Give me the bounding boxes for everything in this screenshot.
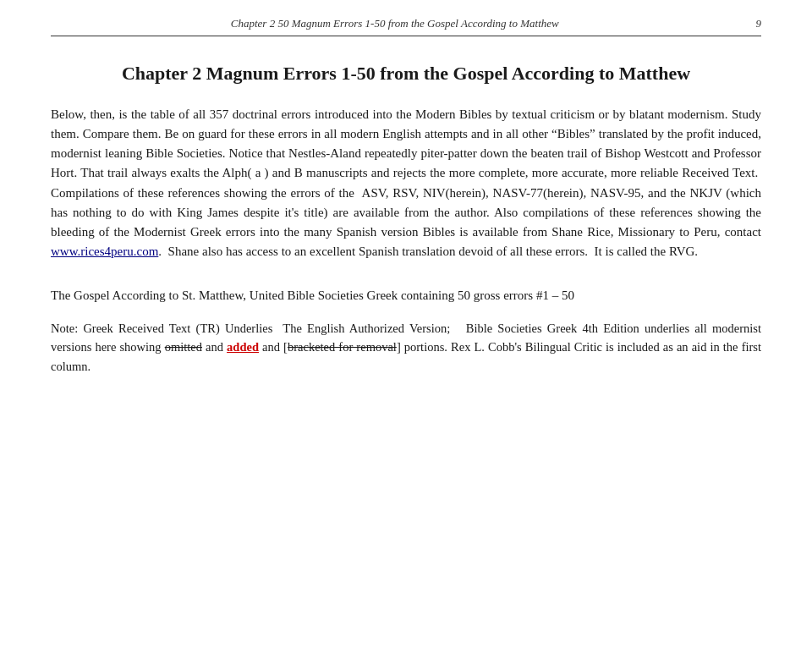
- note-and1: and: [202, 340, 227, 354]
- page-number: 9: [756, 17, 762, 30]
- added-text: added: [227, 340, 259, 354]
- note-section: Note: Greek Received Text (TR) Underlies…: [51, 319, 761, 376]
- bracketed-text: bracketed for removal: [288, 340, 397, 354]
- page: Chapter 2 50 Magnum Errors 1-50 from the…: [0, 0, 812, 654]
- note-and2: and [: [259, 340, 288, 354]
- page-header: Chapter 2 50 Magnum Errors 1-50 from the…: [51, 17, 761, 36]
- header-text: Chapter 2 50 Magnum Errors 1-50 from the…: [51, 17, 739, 30]
- omitted-text: omitted: [165, 340, 202, 354]
- chapter-title: Chapter 2 Magnum Errors 1-50 from the Go…: [51, 62, 761, 86]
- website-link[interactable]: www.rices4peru.com: [51, 245, 158, 258]
- gospel-section-title: The Gospel According to St. Matthew, Uni…: [51, 286, 761, 305]
- main-paragraph: Below, then, is the table of all 357 doc…: [51, 105, 761, 262]
- gospel-title-text: The Gospel According to St. Matthew, Uni…: [51, 289, 574, 302]
